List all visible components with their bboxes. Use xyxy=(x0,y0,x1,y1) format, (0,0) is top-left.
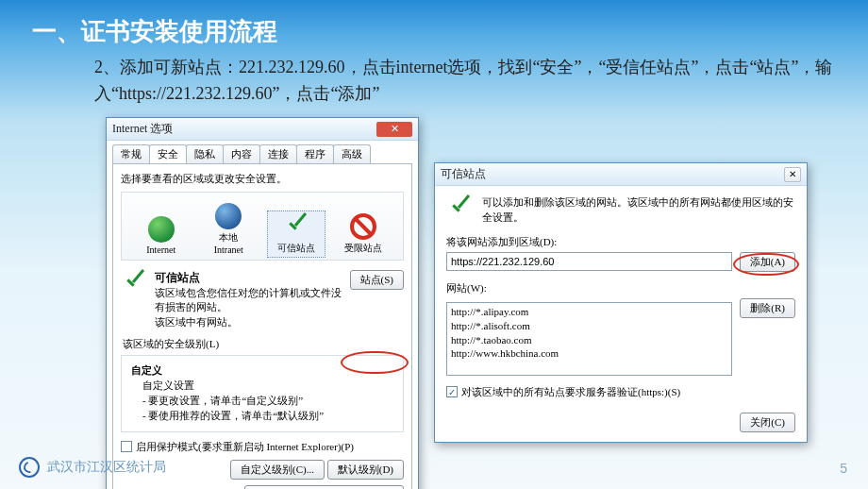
zone-local-intranet[interactable]: 本地 Intranet xyxy=(199,200,258,258)
custom-line: 自定义设置 xyxy=(142,379,194,391)
list-item[interactable]: http://www.hkbchina.com xyxy=(451,346,727,361)
internet-options-tabs: 常规 安全 隐私 内容 连接 程序 高级 xyxy=(107,141,418,163)
protected-mode-label: 启用保护模式(要求重新启动 Internet Explorer)(P) xyxy=(136,440,354,454)
require-https-checkbox[interactable]: ✓ xyxy=(446,386,458,397)
close-button[interactable]: 关闭(C) xyxy=(740,413,795,432)
footer-org: 武汉市江汉区统计局 xyxy=(47,459,166,476)
add-site-input[interactable] xyxy=(446,252,732,271)
zone-restricted-sites[interactable]: 受限站点 xyxy=(334,211,392,258)
tab-privacy[interactable]: 隐私 xyxy=(186,144,224,163)
tab-programs[interactable]: 程序 xyxy=(296,144,334,163)
page-number: 5 xyxy=(840,461,847,476)
require-https-label: 对该区域中的所有站点要求服务器验证(https:)(S) xyxy=(461,385,680,399)
selected-zone-desc2: 该区域中有网站。 xyxy=(155,316,238,328)
zone-trusted-sites[interactable]: 可信站点 xyxy=(267,211,326,258)
internet-options-title: Internet 选项 xyxy=(112,121,173,137)
zone-internet[interactable]: Internet xyxy=(132,213,191,258)
check-icon xyxy=(121,270,147,296)
sites-list-label: 网站(W): xyxy=(446,281,795,295)
close-icon[interactable]: ✕ xyxy=(784,167,801,182)
sites-listbox[interactable]: http://*.alipay.com http://*.alisoft.com… xyxy=(446,302,732,376)
add-button[interactable]: 添加(A) xyxy=(740,252,795,272)
default-level-button[interactable]: 默认级别(D) xyxy=(327,460,404,480)
trusted-sites-intro: 可以添加和删除该区域的网站。该区域中的所有网站都使用区域的安全设置。 xyxy=(482,195,795,226)
logo-icon xyxy=(19,457,40,478)
custom-title: 自定义 xyxy=(131,364,162,376)
tab-security[interactable]: 安全 xyxy=(149,144,187,163)
trusted-sites-dialog: 可信站点 ✕ 可以添加和删除该区域的网站。该区域中的所有网站都使用区域的安全设置… xyxy=(434,162,808,443)
reset-all-zones-button[interactable]: 将所有区域重置为默认级别(R) xyxy=(244,485,404,489)
list-item[interactable]: http://*.alipay.com xyxy=(451,305,727,319)
list-item[interactable]: http://*.taobao.com xyxy=(451,333,727,347)
add-site-label: 将该网站添加到区域(D): xyxy=(446,235,795,249)
list-item[interactable]: http://*.alisoft.com xyxy=(451,319,727,333)
tab-content[interactable]: 内容 xyxy=(223,144,260,163)
selected-zone-title: 可信站点 xyxy=(155,271,200,284)
zone-label: 本地 Intranet xyxy=(200,231,257,255)
trusted-sites-title: 可信站点 xyxy=(441,166,486,182)
globe-icon xyxy=(148,216,175,243)
selected-zone-desc: 该区域包含您信任对您的计算机或文件没有损害的网站。 xyxy=(155,287,342,312)
close-icon[interactable]: ✕ xyxy=(376,122,412,137)
tab-connections[interactable]: 连接 xyxy=(259,144,297,163)
protected-mode-checkbox[interactable] xyxy=(121,441,132,452)
check-icon xyxy=(446,195,473,222)
slide-subtitle: 2、添加可新站点：221.232.129.60，点击internet选项，找到“… xyxy=(94,55,840,108)
sites-button[interactable]: 站点(S) xyxy=(350,270,404,290)
zone-label: 可信站点 xyxy=(268,242,325,255)
tab-general[interactable]: 常规 xyxy=(112,144,150,163)
zone-label: Internet xyxy=(133,244,190,255)
globe-icon xyxy=(215,203,242,229)
check-icon xyxy=(283,213,309,240)
zone-prompt: 选择要查看的区域或更改安全设置。 xyxy=(121,172,404,186)
custom-line: - 要使用推荐的设置，请单击“默认级别” xyxy=(142,410,324,421)
forbid-icon xyxy=(350,213,376,240)
internet-options-dialog: Internet 选项 ✕ 常规 安全 隐私 内容 连接 程序 高级 选择要查看… xyxy=(106,117,419,489)
zone-label: 受限站点 xyxy=(335,242,392,255)
slide-heading: 一、证书安装使用流程 xyxy=(32,15,277,48)
security-level-label: 该区域的安全级别(L) xyxy=(123,337,404,351)
tab-advanced[interactable]: 高级 xyxy=(333,144,371,163)
custom-level-button[interactable]: 自定义级别(C)... xyxy=(230,460,325,480)
custom-line: - 要更改设置，请单击“自定义级别” xyxy=(142,395,303,406)
remove-button[interactable]: 删除(R) xyxy=(740,298,795,318)
